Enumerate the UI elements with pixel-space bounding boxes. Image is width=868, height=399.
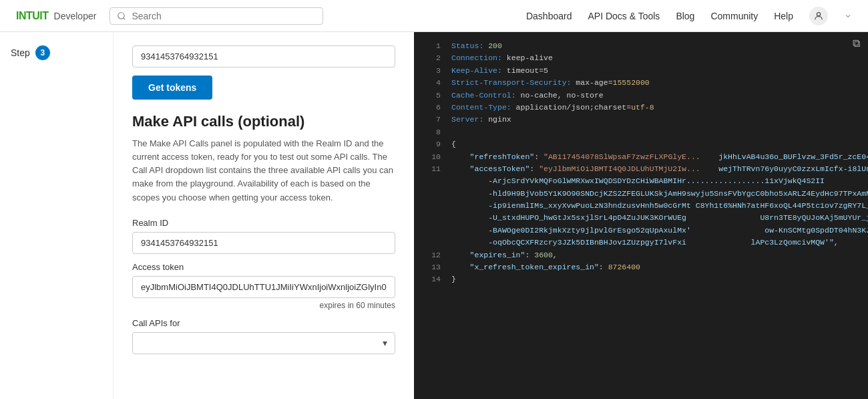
step-label: Step bbox=[11, 47, 30, 58]
main-content: Get tokens Make API calls (optional) The… bbox=[114, 32, 414, 399]
code-line-11f: -BAWOge0DI2RkjmkXzty9jlpvlGrEsgo52qUpAxu… bbox=[414, 225, 868, 237]
code-line-1: 1 Status: 200 bbox=[414, 40, 868, 52]
logo-area: INTUIT Developer bbox=[16, 10, 96, 22]
nav-community[interactable]: Community bbox=[710, 11, 758, 21]
code-line-10: 10 "refreshToken": "AB117454078SlWpsaF7z… bbox=[414, 151, 868, 163]
code-line-11g: -oqObcQCXFRzcry3JZk5DIBnBHJov1ZUzpgyI7lv… bbox=[414, 237, 868, 249]
page-wrapper: Step 3 Get tokens Make API calls (option… bbox=[0, 32, 868, 399]
header: INTUIT Developer Dashboard API Docs & To… bbox=[0, 0, 868, 32]
realm-id-label: Realm ID bbox=[132, 218, 395, 228]
code-line-6: 6 Content-Type: application/json;charset… bbox=[414, 102, 868, 114]
make-api-calls-desc: The Make API Calls panel is populated wi… bbox=[132, 137, 395, 205]
code-line-11d: -ip9ienmlIMs_xxyXvwPuoLzN3hndzusvHnh5w0c… bbox=[414, 200, 868, 212]
code-line-11: 11 "accessToken": "eyJlbmMiOiJBMTI4Q0JDL… bbox=[414, 163, 868, 175]
user-avatar[interactable] bbox=[809, 7, 828, 25]
code-line-13: 13 "x_refresh_token_expires_in": 8726400 bbox=[414, 261, 868, 273]
code-line-14: 14 } bbox=[414, 273, 868, 285]
step-badge: 3 bbox=[35, 45, 50, 60]
nav-blog[interactable]: Blog bbox=[676, 11, 694, 21]
step-indicator: Step 3 bbox=[11, 45, 102, 60]
nav-help[interactable]: Help bbox=[774, 11, 793, 21]
code-line-3: 3 Keep-Alive: timeout=5 bbox=[414, 65, 868, 77]
copy-button[interactable]: ⧉ bbox=[853, 37, 860, 49]
access-token-label: Access token bbox=[132, 262, 395, 272]
call-apis-select-wrapper: ▾ bbox=[132, 332, 395, 354]
code-line-12: 12 "expires_in": 3600, bbox=[414, 249, 868, 261]
realm-id-input[interactable] bbox=[132, 232, 395, 254]
sidebar: Step 3 bbox=[0, 32, 114, 399]
make-api-calls-title: Make API calls (optional) bbox=[132, 113, 395, 130]
code-line-11b: -ArjcSrdYVkMQFoGlWMRXwxIWQDSDYDzCHiWBABM… bbox=[414, 175, 868, 187]
get-tokens-button[interactable]: Get tokens bbox=[132, 76, 212, 100]
access-token-input[interactable] bbox=[132, 276, 395, 298]
nav-api-docs[interactable]: API Docs & Tools bbox=[588, 11, 660, 21]
nav-dashboard[interactable]: Dashboard bbox=[526, 11, 572, 21]
chevron-down-icon[interactable] bbox=[844, 12, 852, 20]
code-line-9: 9 { bbox=[414, 138, 868, 150]
code-line-5: 5 Cache-Control: no-cache, no-store bbox=[414, 90, 868, 102]
search-input[interactable] bbox=[132, 11, 316, 21]
search-box[interactable] bbox=[110, 7, 323, 25]
header-nav: Dashboard API Docs & Tools Blog Communit… bbox=[526, 7, 852, 25]
search-icon bbox=[117, 11, 126, 21]
code-line-11e: -U_stxdHUPO_hwGtJx5sxjlSrL4pD4ZuJUK3KOrW… bbox=[414, 212, 868, 224]
logo-intuit: INTUIT bbox=[16, 10, 49, 22]
logo-developer: Developer bbox=[54, 11, 97, 21]
code-panel: ⧉ 1 Status: 200 2 Connection: keep-alive… bbox=[414, 32, 868, 399]
code-line-11c: -hld9H9BjVob5Y1K9O90SNDcjKZS2ZFEGLUKSkjA… bbox=[414, 188, 868, 200]
svg-point-2 bbox=[817, 12, 820, 15]
svg-line-1 bbox=[124, 17, 126, 19]
svg-point-0 bbox=[118, 12, 124, 18]
call-apis-select[interactable] bbox=[132, 332, 395, 354]
code-line-8: 8 bbox=[414, 126, 868, 138]
code-line-7: 7 Server: nginx bbox=[414, 114, 868, 126]
call-apis-label: Call APIs for bbox=[132, 318, 395, 328]
code-line-2: 2 Connection: keep-alive bbox=[414, 52, 868, 64]
code-line-4: 4 Strict-Transport-Security: max-age=155… bbox=[414, 77, 868, 89]
expires-text: expires in 60 minutes bbox=[132, 301, 395, 310]
top-realm-id-input[interactable] bbox=[132, 45, 395, 68]
